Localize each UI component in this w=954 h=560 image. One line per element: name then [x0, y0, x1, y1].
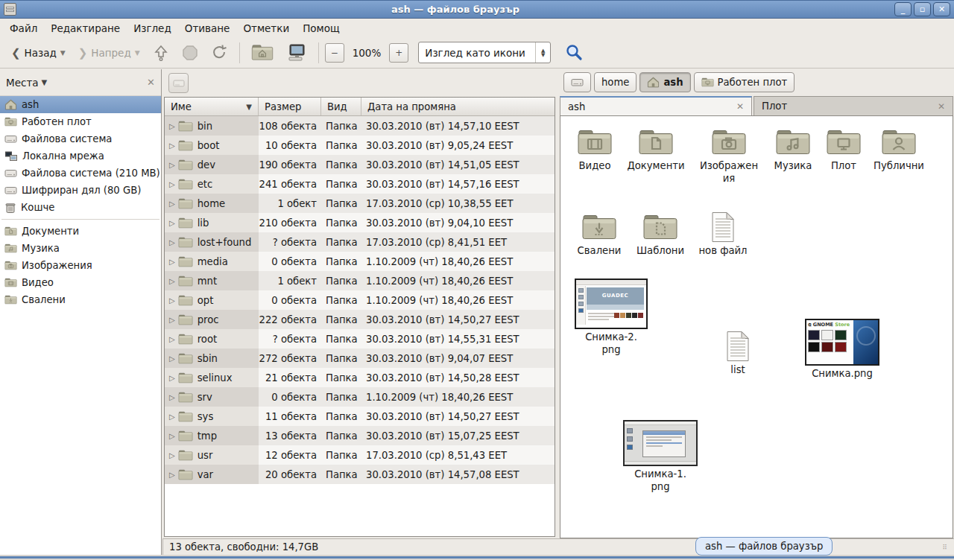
- sidebar-item--[interactable]: Видео: [0, 274, 161, 291]
- menu-2[interactable]: Изглед: [127, 19, 178, 37]
- zoom-in-button[interactable]: +: [389, 43, 408, 63]
- icon-item-Изображен-ия[interactable]: Изображен ия: [698, 127, 760, 185]
- menu-3[interactable]: Отиване: [178, 19, 237, 37]
- expander-icon[interactable]: ▷: [169, 238, 175, 246]
- icon-item-list[interactable]: list: [707, 331, 769, 377]
- icon-item-Шаблони[interactable]: Шаблони: [629, 211, 692, 258]
- expander-icon[interactable]: ▷: [169, 180, 175, 188]
- table-row-boot[interactable]: ▷boot10 обектаПапка30.03.2010 (вт) 9,05,…: [165, 136, 555, 155]
- table-row-lib[interactable]: ▷lib210 обектаПапка30.03.2010 (вт) 9,04,…: [165, 213, 555, 232]
- column-header-1[interactable]: Размер: [259, 98, 321, 115]
- table-row-sbin[interactable]: ▷sbin272 обектаПапка30.03.2010 (вт) 9,04…: [165, 349, 555, 368]
- maximize-button[interactable]: ▫: [914, 2, 931, 16]
- sidebar-item--[interactable]: Изображения: [0, 257, 161, 274]
- sidebar-item--[interactable]: Музика: [0, 240, 161, 257]
- menu-5[interactable]: Помощ: [296, 19, 347, 37]
- sidebar-item--210-mb-[interactable]: Файлова система (210 MB): [0, 165, 161, 182]
- places-selector[interactable]: Места: [6, 77, 39, 89]
- path-button-home[interactable]: home: [594, 72, 636, 92]
- table-row-opt[interactable]: ▷opt0 обектаПапка1.10.2009 (чт) 18,40,26…: [165, 290, 555, 310]
- expander-icon[interactable]: ▷: [169, 413, 175, 421]
- places-mini-button[interactable]: [168, 73, 189, 93]
- expander-icon[interactable]: ▷: [169, 296, 175, 305]
- forward-button[interactable]: ❯ Напред ▼: [73, 41, 145, 65]
- expander-icon[interactable]: ▷: [169, 451, 175, 459]
- back-button[interactable]: ❮ Назад ▼: [6, 41, 71, 65]
- table-row-srv[interactable]: ▷srv0 обектаПапка1.10.2009 (чт) 18,40,26…: [165, 387, 555, 407]
- table-row-var[interactable]: ▷var20 обектаПапка30.03.2010 (вт) 14,57,…: [165, 465, 555, 484]
- icon-item-Свалени[interactable]: Свалени: [568, 211, 631, 258]
- sidebar-item--[interactable]: Работен плот: [0, 113, 161, 130]
- icon-item-Плот[interactable]: Плот: [812, 127, 875, 173]
- sidebar-item-ash[interactable]: ash: [0, 96, 161, 113]
- tab-close-icon[interactable]: ✕: [938, 101, 945, 112]
- sidebar-item--[interactable]: Свалени: [0, 291, 161, 308]
- table-row-etc[interactable]: ▷etc241 обектаПапка30.03.2010 (вт) 14,57…: [165, 174, 555, 194]
- up-button[interactable]: [148, 41, 174, 65]
- sidebar-item--80-gb-[interactable]: Шифриран дял (80 GB): [0, 182, 161, 199]
- expander-icon[interactable]: ▷: [169, 393, 175, 401]
- close-button[interactable]: ✕: [933, 2, 950, 16]
- table-row-selinux[interactable]: ▷selinux21 обектаПапка30.03.2010 (вт) 14…: [165, 368, 555, 387]
- path-button-drive[interactable]: [563, 72, 591, 92]
- expander-icon[interactable]: ▷: [169, 219, 175, 227]
- search-button[interactable]: [559, 41, 589, 65]
- sidebar-item--[interactable]: Документи: [0, 223, 161, 240]
- path-button-Работен плот[interactable]: Работен плот: [694, 72, 795, 92]
- expander-icon[interactable]: ▷: [169, 335, 175, 343]
- tab-Плот[interactable]: Плот✕: [754, 96, 953, 115]
- view-mode-select[interactable]: Изглед като икони ▲▼: [418, 42, 551, 63]
- tab-ash[interactable]: ash✕: [560, 96, 752, 115]
- table-row-tmp[interactable]: ▷tmp13 обектаПапка30.03.2010 (вт) 15,07,…: [165, 426, 555, 445]
- path-button-ash[interactable]: ash: [639, 72, 690, 92]
- places-selector-chevron-icon[interactable]: ▼: [42, 78, 48, 86]
- table-row-bin[interactable]: ▷bin108 обектаПапка30.03.2010 (вт) 14,57…: [165, 116, 555, 136]
- sidebar-close-icon[interactable]: ✕: [147, 77, 155, 88]
- icon-item-Снимка-1.-png[interactable]: Снимка-1. png: [629, 420, 692, 493]
- expander-icon[interactable]: ▷: [169, 161, 175, 169]
- expander-icon[interactable]: ▷: [169, 277, 175, 285]
- table-row-proc[interactable]: ▷proc222 обектаПапка30.03.2010 (вт) 14,5…: [165, 310, 555, 329]
- sidebar-item--[interactable]: Кошче: [0, 199, 161, 216]
- home-button[interactable]: [246, 41, 279, 65]
- minimize-button[interactable]: _: [894, 2, 912, 16]
- icon-view[interactable]: ВидеоДокументиИзображен ияМузикаПлотПубл…: [560, 115, 953, 538]
- expander-icon[interactable]: ▷: [169, 374, 175, 382]
- icon-item-нов-файл[interactable]: нов файл: [692, 211, 754, 258]
- expander-icon[interactable]: ▷: [169, 354, 175, 363]
- sidebar-item--[interactable]: Локална мрежа: [0, 147, 161, 165]
- table-row-media[interactable]: ▷media0 обектаПапка1.10.2009 (чт) 18,40,…: [165, 252, 555, 271]
- expander-icon[interactable]: ▷: [169, 141, 175, 150]
- titlebar[interactable]: ash — файлов браузър _ ▫ ✕: [0, 0, 954, 19]
- icon-item-Видео[interactable]: Видео: [563, 127, 626, 173]
- column-header-2[interactable]: Вид: [321, 98, 361, 115]
- column-header-0[interactable]: Име▼: [165, 98, 259, 115]
- icon-item-Публични[interactable]: Публични: [868, 127, 930, 173]
- expander-icon[interactable]: ▷: [169, 432, 175, 440]
- combo-arrows-icon[interactable]: ▲▼: [535, 42, 550, 63]
- stop-button[interactable]: [177, 41, 203, 65]
- zoom-out-button[interactable]: −: [325, 43, 344, 63]
- back-dropdown-icon[interactable]: ▼: [60, 49, 66, 57]
- icon-item-Документи[interactable]: Документи: [625, 127, 687, 173]
- icon-item-Снимка.png[interactable]: ᘓ GNOME StoreСнимка.png: [811, 319, 874, 381]
- menu-0[interactable]: Файл: [3, 19, 44, 37]
- expander-icon[interactable]: ▷: [169, 122, 175, 130]
- table-row-home[interactable]: ▷home1 обектПапка17.03.2010 (ср) 10,38,5…: [165, 194, 555, 213]
- sidebar-item--[interactable]: Файлова система: [0, 130, 161, 147]
- table-row-sys[interactable]: ▷sys11 обектаПапка30.03.2010 (вт) 14,50,…: [165, 407, 555, 426]
- table-row-lost+found[interactable]: ▷lost+found? обектаПапка17.03.2010 (ср) …: [165, 232, 555, 252]
- menu-1[interactable]: Редактиране: [44, 19, 127, 37]
- table-row-dev[interactable]: ▷dev190 обектаПапка30.03.2010 (вт) 14,51…: [165, 155, 555, 174]
- menu-4[interactable]: Отметки: [236, 19, 296, 37]
- expander-icon[interactable]: ▷: [169, 200, 175, 208]
- table-row-usr[interactable]: ▷usr12 обектаПапка17.03.2010 (ср) 8,51,4…: [165, 445, 555, 465]
- icon-item-Снимка-2.-png[interactable]: GUADECСнимка-2. png: [580, 279, 642, 356]
- reload-button[interactable]: [206, 41, 233, 65]
- forward-dropdown-icon[interactable]: ▼: [135, 49, 140, 57]
- expander-icon[interactable]: ▷: [169, 316, 175, 324]
- tab-close-icon[interactable]: ✕: [736, 101, 744, 112]
- column-header-3[interactable]: Дата на промяна: [361, 98, 555, 115]
- computer-button[interactable]: [281, 41, 312, 65]
- expander-icon[interactable]: ▷: [169, 471, 175, 479]
